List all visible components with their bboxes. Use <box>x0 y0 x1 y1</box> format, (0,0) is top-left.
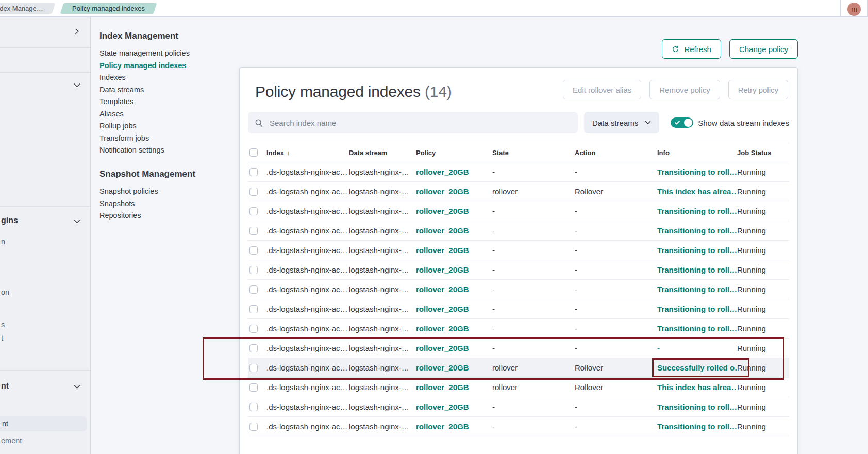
table-row: .ds-logstash-nginx-ac…logstash-nginx-…ro… <box>248 378 789 397</box>
column-header-data-stream[interactable]: Data stream <box>349 149 416 157</box>
policy-link[interactable]: rollover_20GB <box>416 344 469 352</box>
nav-section-index-management: Index ManagementState management policie… <box>99 31 227 154</box>
policy-link[interactable]: rollover_20GB <box>416 265 469 274</box>
row-checkbox[interactable] <box>249 285 258 294</box>
cell-action: - <box>575 305 657 313</box>
sidebar-item-data-streams[interactable]: Data streams <box>99 86 144 93</box>
policy-link[interactable]: rollover_20GB <box>416 383 469 392</box>
policy-link[interactable]: rollover_20GB <box>416 246 469 255</box>
info-link[interactable]: Transitioning to roll… <box>657 305 737 313</box>
cell-action: - <box>575 207 657 215</box>
row-checkbox[interactable] <box>249 344 258 352</box>
info-link[interactable]: Transitioning to roll… <box>657 226 737 235</box>
sidebar-item-aliases[interactable]: Aliases <box>99 110 124 117</box>
policy-link[interactable]: rollover_20GB <box>416 324 469 333</box>
sidebar-item-rollup-jobs[interactable]: Rollup jobs <box>99 122 137 129</box>
column-header-action[interactable]: Action <box>575 149 657 157</box>
policy-link[interactable]: rollover_20GB <box>416 285 469 294</box>
row-checkbox[interactable] <box>249 423 258 431</box>
panel-title: Policy managed indexes (14) <box>255 83 452 100</box>
column-header-info[interactable]: Info <box>657 149 737 157</box>
info-link[interactable]: This index has alrea… <box>657 383 737 392</box>
info-link[interactable]: Transitioning to roll… <box>657 207 737 215</box>
sidebar-item-notification-settings[interactable]: Notification settings <box>99 146 164 154</box>
cell-job-status: Running <box>737 363 789 372</box>
tab-policy-managed-indexes[interactable]: Policy managed indexes <box>60 3 157 14</box>
cell-state: rollover <box>492 383 575 392</box>
select-all-checkbox[interactable] <box>249 148 258 157</box>
sidebar-item-snapshots[interactable]: Snapshots <box>99 200 135 207</box>
retry-policy-button[interactable]: Retry policy <box>728 80 788 99</box>
sidebar-item-policy-managed-indexes[interactable]: Policy managed indexes <box>99 62 186 69</box>
data-streams-filter[interactable]: Data streams <box>584 112 659 133</box>
row-checkbox[interactable] <box>249 305 258 313</box>
info-link[interactable]: Transitioning to roll… <box>657 422 737 431</box>
info-link[interactable]: Successfully rolled o… <box>657 363 737 372</box>
show-data-stream-toggle[interactable] <box>671 117 693 128</box>
sidebar-item-repositories[interactable]: Repositories <box>99 212 141 219</box>
row-checkbox[interactable] <box>249 168 258 176</box>
sidebar-item-templates[interactable]: Templates <box>99 98 133 105</box>
policy-link[interactable]: rollover_20GB <box>416 187 469 196</box>
row-checkbox[interactable] <box>249 325 258 333</box>
row-checkbox[interactable] <box>249 246 258 255</box>
info-link[interactable]: Transitioning to roll… <box>657 167 737 176</box>
info-link[interactable]: Transitioning to roll… <box>657 324 737 333</box>
policy-link[interactable]: rollover_20GB <box>416 207 469 215</box>
policy-link[interactable]: rollover_20GB <box>416 305 469 313</box>
row-checkbox[interactable] <box>249 227 258 235</box>
sidebar-item-selected[interactable]: nt <box>0 416 87 431</box>
sidebar-item-transform-jobs[interactable]: Transform jobs <box>99 134 149 142</box>
column-header-state[interactable]: State <box>492 149 575 157</box>
cell-action: - <box>575 324 657 333</box>
chevron-down-icon[interactable] <box>73 382 81 391</box>
panel-header: Policy managed indexes (14) Edit rollove… <box>248 79 789 100</box>
info-link[interactable]: Transitioning to roll… <box>657 402 737 411</box>
row-checkbox[interactable] <box>249 403 258 411</box>
column-header-policy[interactable]: Policy <box>416 149 492 157</box>
cell-policy: rollover_20GB <box>416 305 492 313</box>
search-input[interactable] <box>269 118 571 128</box>
row-checkbox-cell <box>248 325 266 333</box>
column-header-job-status[interactable]: Job Status <box>737 149 789 157</box>
cell-info: Transitioning to roll… <box>657 226 737 235</box>
cell-index: .ds-logstash-nginx-ac… <box>266 207 349 215</box>
info-link[interactable]: This index has alrea… <box>657 187 737 196</box>
policy-link[interactable]: rollover_20GB <box>416 363 469 372</box>
cell-info: Transitioning to roll… <box>657 246 737 255</box>
sidebar-item-indexes[interactable]: Indexes <box>99 74 126 81</box>
cell-action: Rollover <box>575 187 657 196</box>
column-header-index[interactable]: Index↓ <box>266 149 349 157</box>
policy-link[interactable]: rollover_20GB <box>416 402 469 411</box>
row-checkbox[interactable] <box>249 266 258 274</box>
tab-index-management[interactable]: ndex Manage… <box>0 3 55 14</box>
chevron-right-icon[interactable] <box>73 27 81 36</box>
sidebar-item-state-management-policies[interactable]: State management policies <box>99 49 190 57</box>
row-checkbox-cell <box>248 364 266 372</box>
cell-index: .ds-logstash-nginx-ac… <box>266 383 349 392</box>
cell-state: - <box>492 305 575 313</box>
remove-policy-button[interactable]: Remove policy <box>649 80 720 99</box>
info-link[interactable]: - <box>657 344 660 352</box>
policy-link[interactable]: rollover_20GB <box>416 422 469 431</box>
sidebar-item-snapshot-policies[interactable]: Snapshot policies <box>99 188 158 195</box>
row-checkbox[interactable] <box>249 188 258 196</box>
user-avatar[interactable]: m <box>847 3 861 16</box>
row-checkbox[interactable] <box>249 383 258 392</box>
row-checkbox[interactable] <box>249 364 258 372</box>
cell-policy: rollover_20GB <box>416 344 492 352</box>
edit-rollover-alias-button[interactable]: Edit rollover alias <box>563 80 641 99</box>
chevron-down-icon[interactable] <box>73 81 81 89</box>
chevron-down-icon[interactable] <box>73 217 81 225</box>
table-row: .ds-logstash-nginx-ac…logstash-nginx-…ro… <box>248 358 789 378</box>
info-link[interactable]: Transitioning to roll… <box>657 285 737 294</box>
info-link[interactable]: Transitioning to roll… <box>657 246 737 255</box>
row-checkbox[interactable] <box>249 207 258 215</box>
change-policy-button[interactable]: Change policy <box>729 39 798 59</box>
policy-link[interactable]: rollover_20GB <box>416 226 469 235</box>
refresh-button[interactable]: Refresh <box>662 39 721 59</box>
row-checkbox-cell <box>248 227 266 235</box>
policy-link[interactable]: rollover_20GB <box>416 167 469 176</box>
info-link[interactable]: Transitioning to roll… <box>657 265 737 274</box>
cell-job-status: Running <box>737 324 789 333</box>
